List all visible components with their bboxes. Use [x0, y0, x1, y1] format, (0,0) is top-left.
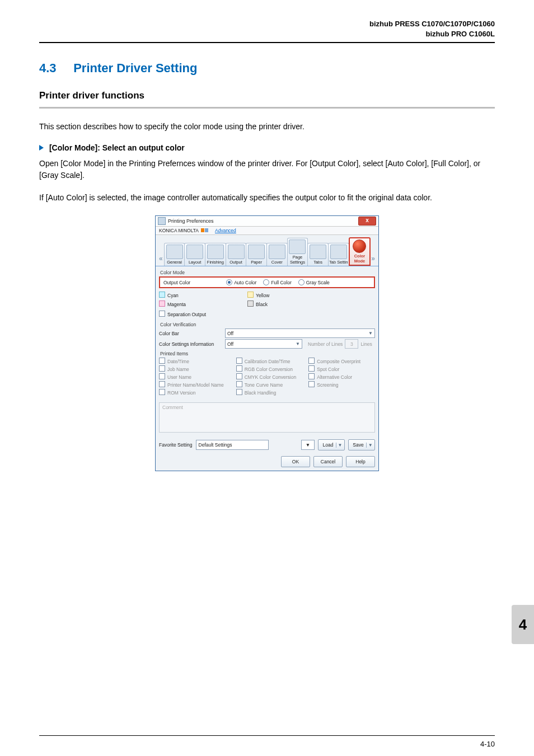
section-number: 4.3 — [39, 61, 57, 75]
radio-icon — [298, 279, 305, 285]
comment-label: Comment — [162, 405, 183, 410]
checkbox-composite-overprint[interactable]: Composite Overprint — [308, 358, 360, 364]
tab-layout-icon — [186, 245, 203, 259]
tab-strip: « General Layout Finishing Output Paper … — [156, 235, 378, 266]
checkbox-alternative-color[interactable]: Alternative Color — [308, 373, 360, 380]
tab-tabs-icon — [310, 245, 326, 259]
checkbox-magenta[interactable]: Magenta — [159, 300, 186, 307]
chevron-down-icon: ▼ — [368, 331, 373, 336]
cancel-button[interactable]: Cancel — [313, 456, 343, 467]
footer-rule — [39, 735, 495, 736]
checkbox-job-name[interactable]: Job Name — [159, 365, 224, 372]
brand-bars-icon — [201, 228, 208, 233]
step-paragraph-2: If [Auto Color] is selected, the image c… — [39, 192, 495, 203]
checkbox-cyan[interactable]: Cyan — [159, 292, 186, 298]
tab-cover-icon — [269, 245, 285, 259]
dialog-titlebar: Printing Preferences x — [156, 216, 378, 227]
color-settings-info-select[interactable]: Off ▼ — [225, 339, 302, 349]
checkbox-black[interactable]: Black — [247, 300, 269, 307]
tab-cover[interactable]: Cover — [266, 243, 288, 266]
checkbox-date-time[interactable]: Date/Time — [159, 358, 224, 364]
step-heading-text: [Color Mode]: Select an output color — [49, 143, 185, 152]
checkbox-calibration-date-time[interactable]: Calibration Date/Time — [236, 358, 297, 364]
tab-paper-icon — [248, 245, 265, 259]
advanced-link[interactable]: Advanced — [215, 228, 236, 233]
color-bar-select[interactable]: Off ▼ — [225, 328, 375, 338]
tab-general[interactable]: General — [164, 243, 185, 266]
subsection-title: Printer driver functions — [39, 90, 495, 101]
window-icon — [158, 217, 166, 225]
tab-output-icon — [228, 245, 245, 259]
output-color-row: Output Color Auto Color Full Color Gray … — [159, 276, 375, 288]
subsection-rule — [39, 107, 495, 109]
section-name: Printer Driver Setting — [73, 61, 197, 75]
checkbox-user-name[interactable]: User Name — [159, 373, 224, 380]
checkbox-separation-output[interactable]: Separation Output — [159, 311, 375, 317]
triangle-icon — [39, 145, 44, 151]
header-line-2: bizhub PRO C1060L — [39, 29, 495, 39]
radio-auto-color[interactable]: Auto Color — [226, 279, 256, 285]
checkbox-rgb-conversion[interactable]: RGB Color Conversion — [236, 365, 297, 372]
section-title: 4.3 Printer Driver Setting — [39, 61, 495, 76]
radio-icon — [263, 279, 269, 285]
checkbox-black-handling[interactable]: Black Handling — [236, 389, 297, 396]
tab-tab-settings[interactable]: Tab Settin — [328, 243, 349, 266]
brand-bar: KONICA MINOLTA Advanced — [156, 227, 378, 235]
tab-page-settings[interactable]: Page Settings — [287, 238, 308, 266]
checkbox-tone-curve-name[interactable]: Tone Curve Name — [236, 381, 297, 388]
chevron-down-icon: ▼ — [336, 443, 343, 448]
radio-icon — [226, 279, 232, 285]
comment-textarea[interactable]: Comment — [159, 402, 375, 433]
header-product-lines: bizhub PRESS C1070/C1070P/C1060 bizhub P… — [39, 19, 495, 39]
radio-full-color[interactable]: Full Color — [263, 279, 291, 285]
lines-spinner[interactable]: 3 — [345, 339, 358, 349]
number-of-lines: Number of Lines 3 Lines — [308, 339, 372, 349]
tab-finishing[interactable]: Finishing — [205, 243, 226, 266]
tab-finishing-icon — [207, 245, 224, 259]
printing-preferences-dialog: Printing Preferences x KONICA MINOLTA Ad… — [155, 215, 379, 471]
tabs-scroll-left[interactable]: « — [158, 255, 164, 266]
tabs-scroll-right[interactable]: » — [370, 255, 376, 266]
chevron-down-icon: ▼ — [306, 442, 310, 448]
tab-tab-settings-icon — [330, 245, 347, 259]
checkbox-rom-version[interactable]: ROM Version — [159, 389, 224, 396]
header-rule — [39, 42, 495, 43]
checkbox-screening[interactable]: Screening — [308, 381, 360, 388]
color-verification-label: Color Verification — [160, 322, 375, 327]
favorite-setting-label: Favorite Setting — [159, 442, 193, 448]
dialog-title: Printing Preferences — [168, 218, 214, 224]
dialog-buttons: OK Cancel Help — [159, 454, 375, 467]
tab-color-mode-icon — [353, 240, 366, 253]
color-bar-label: Color Bar — [159, 331, 222, 336]
chapter-tab: 4 — [512, 605, 534, 644]
checkbox-cmyk-conversion[interactable]: CMYK Color Conversion — [236, 373, 297, 380]
tab-paper[interactable]: Paper — [246, 243, 267, 266]
header-line-1: bizhub PRESS C1070/C1070P/C1060 — [39, 19, 495, 29]
favorite-setting-dropdown[interactable]: ▼ — [301, 440, 315, 450]
tab-layout[interactable]: Layout — [184, 243, 205, 266]
load-button[interactable]: Load▼ — [318, 439, 345, 450]
page-number: 4-10 — [480, 740, 495, 748]
chevron-down-icon: ▼ — [366, 443, 373, 448]
tab-general-icon — [166, 245, 183, 259]
ink-colors: Cyan Magenta Yellow Black — [159, 292, 375, 307]
tab-output[interactable]: Output — [226, 243, 247, 266]
tab-page-settings-icon — [289, 240, 306, 254]
help-button[interactable]: Help — [346, 456, 375, 467]
tab-tabs[interactable]: Tabs — [307, 243, 329, 266]
checkbox-spot-color[interactable]: Spot Color — [308, 365, 360, 372]
close-button[interactable]: x — [358, 217, 376, 226]
favorite-setting-row: Favorite Setting Default Settings ▼ Load… — [159, 439, 375, 450]
radio-gray-scale[interactable]: Gray Scale — [298, 279, 330, 285]
color-settings-info-label: Color Settings Information — [159, 341, 222, 347]
output-color-label: Output Color — [163, 280, 190, 285]
printed-items-label: Printed Items — [160, 351, 375, 356]
save-button[interactable]: Save▼ — [348, 439, 375, 450]
color-settings-info-row: Color Settings Information Off ▼ Number … — [159, 339, 375, 349]
checkbox-printer-name[interactable]: Printer Name/Model Name — [159, 381, 224, 388]
checkbox-yellow[interactable]: Yellow — [247, 292, 269, 298]
printed-items-group: Printed Items Date/Time Job Name User Na… — [159, 351, 375, 396]
ok-button[interactable]: OK — [281, 456, 310, 467]
brand-text: KONICA MINOLTA — [159, 228, 199, 233]
tab-color-mode[interactable]: Color Mode — [349, 237, 371, 266]
